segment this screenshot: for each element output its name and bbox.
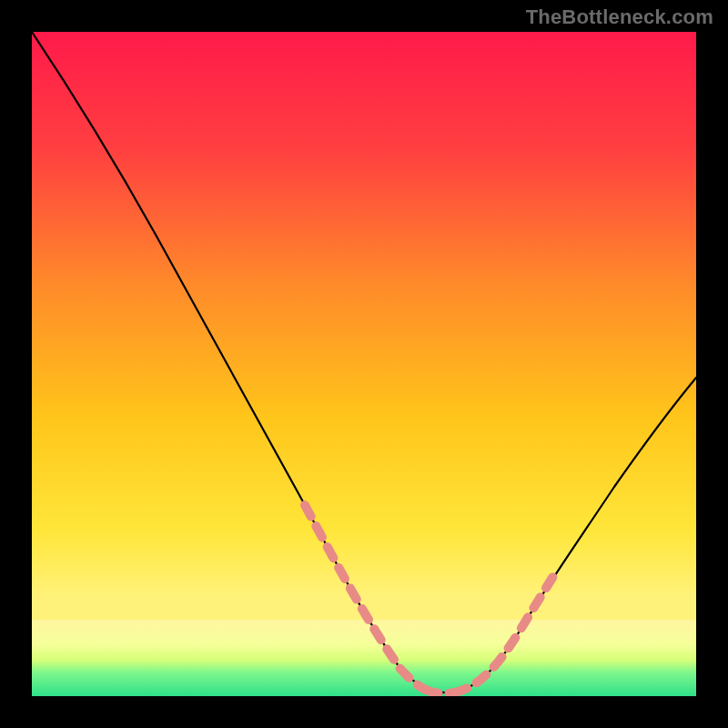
bottleneck-curve bbox=[32, 32, 696, 693]
chart-frame: TheBottleneck.com bbox=[0, 0, 728, 728]
curve-svg bbox=[32, 32, 696, 696]
right-highlight-dash bbox=[455, 573, 555, 693]
left-highlight-dash bbox=[305, 505, 426, 690]
plot-area bbox=[32, 32, 696, 696]
watermark-text: TheBottleneck.com bbox=[526, 5, 713, 29]
